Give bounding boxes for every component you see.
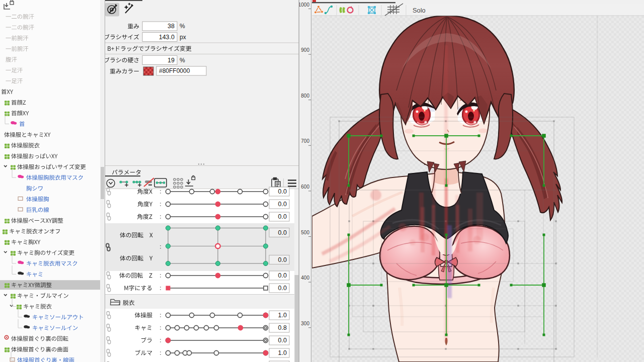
svg-text:19: 19	[168, 57, 175, 64]
svg-text:600: 600	[301, 184, 309, 190]
svg-text:400: 400	[301, 275, 309, 281]
svg-text:300: 300	[301, 321, 309, 326]
svg-text:1.0: 1.0	[278, 312, 287, 319]
svg-text:#80FF0000: #80FF0000	[159, 67, 190, 74]
svg-text:800: 800	[301, 93, 309, 99]
svg-text:0.0: 0.0	[278, 285, 287, 292]
svg-text:0.0: 0.0	[278, 272, 287, 279]
svg-text:0.0: 0.0	[278, 337, 287, 344]
svg-text:0.0: 0.0	[278, 188, 287, 195]
svg-text:500: 500	[301, 230, 309, 235]
svg-text:0.8: 0.8	[278, 324, 287, 331]
svg-text:38: 38	[168, 23, 175, 30]
svg-text:700: 700	[301, 138, 309, 144]
svg-text:143.0: 143.0	[159, 34, 175, 41]
svg-text:Solo: Solo	[413, 7, 426, 14]
svg-text:1.0: 1.0	[278, 349, 287, 356]
svg-text:%: %	[180, 23, 185, 30]
svg-text:px: px	[180, 34, 186, 41]
svg-text:1000: 1000	[298, 2, 310, 8]
svg-text:900: 900	[301, 47, 309, 53]
svg-text:%: %	[180, 57, 185, 64]
svg-text:0.0: 0.0	[278, 256, 287, 263]
svg-text:0.0: 0.0	[278, 229, 287, 236]
svg-text:0.0: 0.0	[278, 213, 287, 220]
svg-text:0.0: 0.0	[278, 201, 287, 208]
